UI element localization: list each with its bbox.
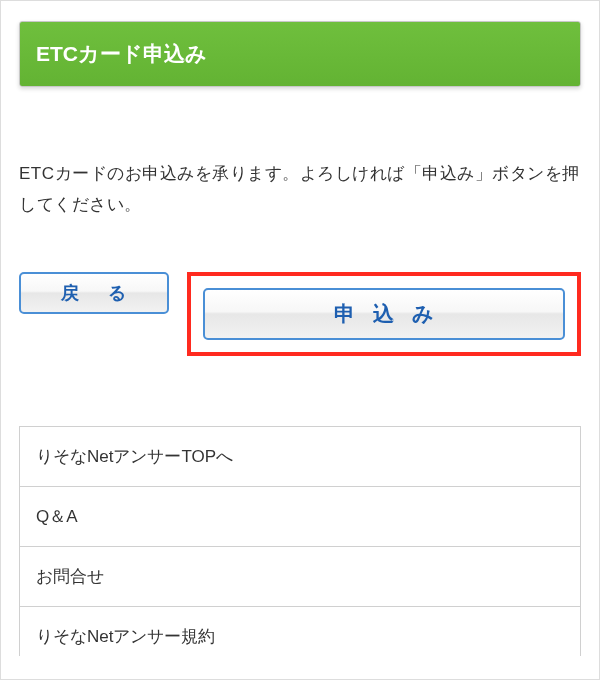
page-title: ETCカード申込み bbox=[19, 21, 581, 87]
back-button[interactable]: 戻 る bbox=[19, 272, 169, 314]
apply-button[interactable]: 申 込 み bbox=[203, 288, 565, 340]
instructions-text: ETCカードのお申込みを承ります。よろしければ「申込み」ボタンを押してください。 bbox=[19, 159, 581, 220]
menu-item-qa[interactable]: Q＆A bbox=[20, 487, 580, 547]
apply-highlight: 申 込 み bbox=[187, 272, 581, 356]
menu-item-contact[interactable]: お問合せ bbox=[20, 547, 580, 607]
menu-item-terms[interactable]: りそなNetアンサー規約 bbox=[20, 607, 580, 656]
button-row: 戻 る 申 込 み bbox=[19, 272, 581, 356]
menu-item-top[interactable]: りそなNetアンサーTOPへ bbox=[20, 427, 580, 487]
footer-menu: りそなNetアンサーTOPへ Q＆A お問合せ りそなNetアンサー規約 bbox=[19, 426, 581, 656]
